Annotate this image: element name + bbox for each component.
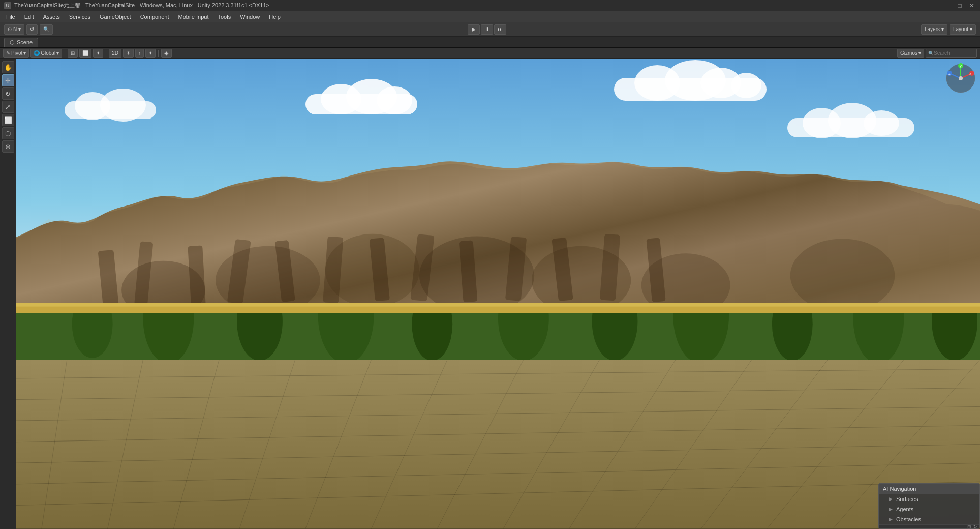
scene-tab[interactable]: ⬡ Scene — [4, 38, 38, 47]
window-title: TheYuanCapitalSite元上都 - TheYuanCapitalSi… — [14, 2, 269, 9]
scene-tab-bar: ⬡ Scene — [0, 37, 980, 48]
cloud-3 — [65, 101, 156, 119]
menu-help[interactable]: Help — [265, 13, 285, 21]
step-button[interactable]: ⏭ — [494, 24, 506, 35]
ai-navigation-panel: AI Navigation ▶ Surfaces ▶ Agents ▶ Obst… — [878, 483, 980, 529]
global-button[interactable]: 🌐 Global ▾ — [30, 49, 62, 58]
scene-viewport[interactable]: x y z AI Navigation — [16, 59, 980, 529]
grid-icon: ⊞ — [71, 50, 75, 56]
main-area: ✋ ✛ ↻ ⤢ ⬜ ⬡ ⊕ — [0, 59, 980, 529]
gizmos-button[interactable]: Gizmos ▾ — [897, 49, 924, 58]
pivot-dropdown-icon: ▾ — [23, 50, 26, 56]
menu-services[interactable]: Services — [65, 13, 95, 21]
menu-window[interactable]: Window — [236, 13, 264, 21]
history-icon: ↺ — [30, 26, 34, 32]
move-tool-button[interactable]: ✛ — [2, 74, 14, 86]
cloud-2 — [614, 78, 767, 101]
scene-search-box[interactable]: 🔍 — [926, 49, 977, 58]
close-button[interactable]: ✕ — [968, 2, 976, 9]
render-icon: ⬜ — [82, 50, 88, 56]
scene-tab-icon: ⬡ — [10, 39, 15, 46]
navigation-gizmo[interactable]: x y z — [945, 63, 976, 94]
viewport-canvas: x y z AI Navigation — [16, 59, 980, 529]
ai-nav-surfaces-item[interactable]: ▶ Surfaces — [879, 494, 979, 504]
scale-tool-button[interactable]: ⤢ — [2, 101, 14, 113]
menu-tools[interactable]: Tools — [213, 13, 235, 21]
layers-dropdown[interactable]: Layers ▾ — [921, 24, 947, 35]
toolbar-separator-3 — [158, 50, 159, 57]
agents-arrow-icon: ▶ — [889, 507, 893, 512]
panel-icon-2[interactable]: ↻ — [973, 524, 977, 530]
menu-component[interactable]: Component — [136, 13, 173, 21]
custom-tool-button[interactable]: ⊕ — [2, 140, 14, 153]
fx-icon: ✦ — [148, 50, 152, 56]
scene-vis-icon: ◉ — [164, 50, 169, 56]
menu-edit[interactable]: Edit — [20, 13, 38, 21]
cloud-4 — [787, 118, 914, 137]
search-button[interactable]: 🔍 — [40, 24, 53, 35]
left-toolbar: ✋ ✛ ↻ ⤢ ⬜ ⬡ ⊕ — [0, 59, 16, 529]
global-text: Global — [41, 50, 55, 56]
account-label: N — [13, 26, 17, 32]
ai-nav-obstacles-item[interactable]: ▶ Obstacles — [879, 514, 979, 524]
scene-vis-button[interactable]: ◉ — [161, 49, 172, 58]
panel-icon-1[interactable]: ⊞ — [967, 524, 971, 530]
search-icon: 🔍 — [43, 26, 49, 32]
effects-icon: ✦ — [96, 50, 100, 56]
2d-label: 2D — [112, 50, 118, 56]
menu-bar: File Edit Assets Services GameObject Com… — [0, 11, 980, 22]
2d-button[interactable]: 2D — [109, 49, 121, 58]
layers-label: Layers — [925, 26, 940, 32]
audio-icon: ♪ — [138, 50, 141, 56]
light-icon: ☀ — [126, 50, 131, 56]
obstacles-arrow-icon: ▶ — [889, 517, 893, 522]
pivot-text: Pivot — [11, 50, 22, 56]
pause-button[interactable]: ⏸ — [481, 24, 493, 35]
menu-gameobject[interactable]: GameObject — [96, 13, 135, 21]
svg-text:x: x — [969, 72, 971, 75]
maximize-button[interactable]: □ — [956, 2, 964, 9]
scene-search-input[interactable] — [934, 50, 974, 56]
pivot-button[interactable]: ✎ Pivot ▾ — [3, 49, 29, 58]
menu-mobileinput[interactable]: Mobile Input — [174, 13, 213, 21]
toolbar-separator-1 — [65, 50, 65, 57]
svg-point-8 — [790, 239, 895, 312]
surfaces-arrow-icon: ▶ — [889, 496, 893, 502]
svg-text:y: y — [960, 64, 962, 68]
ai-nav-panel-header[interactable]: AI Navigation — [879, 484, 979, 494]
svg-point-68 — [959, 76, 963, 80]
layout-dropdown-icon: ▾ — [970, 26, 972, 32]
ai-nav-agents-item[interactable]: ▶ Agents — [879, 504, 979, 514]
account-button[interactable]: ⊙ N ▾ — [4, 24, 24, 35]
play-button[interactable]: ▶ — [468, 24, 480, 35]
surfaces-label: Surfaces — [896, 496, 918, 502]
history-button[interactable]: ↺ — [26, 24, 38, 35]
scene-search-icon: 🔍 — [928, 51, 934, 56]
light-button[interactable]: ☀ — [123, 49, 134, 58]
layout-dropdown[interactable]: Layout ▾ — [950, 24, 976, 35]
global-icon: 🌐 — [34, 50, 40, 56]
hand-tool-button[interactable]: ✋ — [2, 61, 14, 73]
rect-tool-button[interactable]: ⬜ — [2, 114, 14, 126]
render-button[interactable]: ⬜ — [79, 49, 91, 58]
transform-tool-button[interactable]: ⬡ — [2, 127, 14, 139]
grid-view-button[interactable]: ⊞ — [68, 49, 78, 58]
app-icon: U — [4, 2, 11, 9]
obstacles-label: Obstacles — [896, 516, 921, 522]
window-controls[interactable]: ─ □ ✕ — [943, 2, 976, 9]
minimize-button[interactable]: ─ — [943, 2, 952, 9]
gizmos-label: Gizmos — [900, 50, 917, 56]
menu-file[interactable]: File — [2, 13, 19, 21]
toolbar-separator-2 — [106, 50, 106, 57]
global-dropdown-icon: ▾ — [56, 50, 59, 56]
scene-tab-label: Scene — [17, 39, 33, 45]
cloud-1 — [305, 94, 417, 114]
menu-assets[interactable]: Assets — [39, 13, 64, 21]
top-toolbar: ⊙ N ▾ ↺ 🔍 ▶ ⏸ ⏭ Layers ▾ Layout ▾ — [0, 22, 980, 37]
svg-text:z: z — [948, 72, 951, 75]
fx-button[interactable]: ✦ — [145, 49, 156, 58]
layout-label: Layout — [953, 26, 968, 32]
audio-button[interactable]: ♪ — [135, 49, 144, 58]
effects-button[interactable]: ✦ — [93, 49, 103, 58]
rotate-tool-button[interactable]: ↻ — [2, 87, 14, 100]
